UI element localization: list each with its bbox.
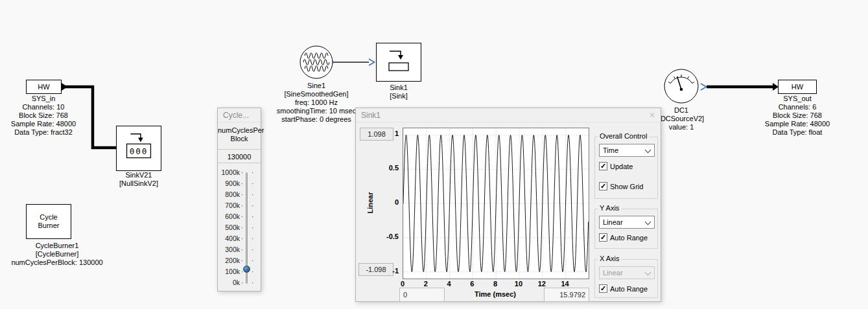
block-name: SYS_in xyxy=(5,95,82,103)
slider-value-field[interactable]: 130000 xyxy=(218,149,261,163)
overall-control-select[interactable]: Time xyxy=(599,144,655,157)
cycleburner-caption: CycleBurner1 [CycleBurner] numCyclesPerB… xyxy=(0,242,115,267)
selected-value: Linear xyxy=(603,269,623,277)
scope-window-titlebar[interactable]: Sink1 ✕ xyxy=(356,108,661,122)
slider-scale-row: 700k·· xyxy=(218,201,262,209)
scope-plot xyxy=(403,128,589,279)
close-icon[interactable]: ✕ xyxy=(649,108,655,122)
checkbox-check-icon: ✓ xyxy=(599,284,607,293)
sine-wave-icon xyxy=(299,45,333,79)
slider-scale-row: 0k·· xyxy=(218,279,262,286)
selected-value: Linear xyxy=(603,218,623,226)
block-info-line: Channels: 10 xyxy=(5,103,82,111)
block-info-line: numCyclesPerBlock: 130000 xyxy=(0,258,115,267)
chevron-down-icon xyxy=(645,269,651,276)
block-info-line: Sample Rate: 48000 xyxy=(758,120,836,128)
y-auto-range-checkbox[interactable]: ✓ Auto Range xyxy=(599,233,648,242)
block-info-line: Data Type: fract32 xyxy=(5,128,82,137)
x-auto-range-checkbox[interactable]: ✓ Auto Range xyxy=(599,284,648,293)
block-info-line: smoothingTime: 10 msec xyxy=(264,107,368,115)
null-sink-digits: 000 xyxy=(130,146,148,156)
block-info-line: Block Size: 768 xyxy=(5,111,82,120)
group-label: X Axis xyxy=(598,255,622,262)
x-tick-label: 12 xyxy=(538,280,546,288)
block-cycleburner[interactable]: Cycle Burner xyxy=(26,204,71,239)
chevron-down-icon xyxy=(645,219,651,225)
slider-window-titlebar[interactable]: Cycle... xyxy=(218,108,261,122)
group-label: Y Axis xyxy=(598,204,621,212)
slider-scale: 1000k··900k··800k··700k··600k··500k··400… xyxy=(218,168,262,288)
sink1-scope-window: Sink1 ✕ 1.098 -1.098 Linear 10.50-0.5-1 … xyxy=(355,108,661,302)
slider-scale-row: 400k·· xyxy=(218,235,262,242)
checkbox-label: Show Grid xyxy=(610,183,643,190)
block-name: CycleBurner1 xyxy=(0,242,115,250)
block-type: [SineSmoothedGen] xyxy=(264,90,368,98)
x-min-field[interactable]: 0 xyxy=(399,288,445,302)
show-grid-checkbox[interactable]: ✓ Show Grid xyxy=(599,182,643,190)
block-diagram-canvas: HW SYS_in Channels: 10 Block Size: 768 S… xyxy=(0,0,868,309)
window-title: Cycle... xyxy=(223,111,249,120)
group-label: Overall Control xyxy=(598,132,649,140)
block-info-line: Channels: 6 xyxy=(758,103,836,111)
block-title-line: Cycle xyxy=(40,213,58,222)
y-tick-label: 0 xyxy=(356,198,399,206)
y-tick-labels: 10.50-0.5-1 xyxy=(356,108,399,301)
hw-port-label: HW xyxy=(792,83,803,91)
update-checkbox[interactable]: ✓ Update xyxy=(599,162,633,170)
block-sys-in[interactable]: HW xyxy=(26,80,62,94)
block-name: SinkV21 xyxy=(93,171,184,179)
overall-control-group: Overall Control Time ✓ Update ✓ Show Gri… xyxy=(594,137,658,199)
block-title-line: Burner xyxy=(38,222,59,230)
slider-scale-row: 600k·· xyxy=(218,212,262,220)
block-name: Sink1 xyxy=(360,84,438,92)
checkbox-label: Auto Range xyxy=(610,234,648,242)
null-sink-icon: 000 xyxy=(117,126,161,170)
x-axis-group: X Axis Linear ✓ Auto Range xyxy=(594,259,658,298)
sine1-caption: Sine1 [SineSmoothedGen] freq: 1000 Hz sm… xyxy=(264,82,368,124)
sink1-input-arrow-icon xyxy=(369,59,375,65)
block-info-line: freq: 1000 Hz xyxy=(264,98,368,107)
block-info-line: Sample Rate: 48000 xyxy=(5,120,82,128)
block-info-line: Data Type: float xyxy=(758,128,836,137)
sys-out-caption: SYS_out Channels: 6 Block Size: 768 Samp… xyxy=(758,95,836,137)
checkbox-label: Auto Range xyxy=(610,285,648,293)
x-max-field[interactable]: 15.9792 xyxy=(544,288,589,302)
hw-port-label: HW xyxy=(38,83,49,91)
checkbox-check-icon: ✓ xyxy=(599,233,607,242)
selected-value: Time xyxy=(603,146,618,154)
slider-scale-row: 100k·· xyxy=(218,268,262,275)
block-type: [Sink] xyxy=(360,92,438,100)
block-type: [NullSinkV2] xyxy=(93,179,184,188)
slider-scale-row: 900k·· xyxy=(218,179,262,187)
block-sink1[interactable] xyxy=(376,43,421,82)
checkbox-check-icon: ✓ xyxy=(599,162,607,170)
y-axis-group: Y Axis Linear ✓ Auto Range xyxy=(594,209,658,249)
block-sine1[interactable] xyxy=(299,45,333,82)
block-name: SYS_out xyxy=(758,95,836,103)
x-tick-label: 0 xyxy=(401,280,405,288)
slider-scale-row: 1000k·· xyxy=(218,168,262,176)
x-tick-label: 2 xyxy=(424,280,428,288)
sink1-caption: Sink1 [Sink] xyxy=(360,84,438,100)
slider-scale-row: 300k·· xyxy=(218,246,262,253)
chevron-down-icon xyxy=(645,147,651,154)
x-tick-label: 6 xyxy=(470,280,474,288)
slider-scale-row: 800k·· xyxy=(218,190,262,198)
checkbox-label: Update xyxy=(610,163,633,170)
block-sys-out[interactable]: HW xyxy=(778,80,817,94)
block-dc1[interactable] xyxy=(664,69,699,106)
slider-scale-row: 500k·· xyxy=(218,223,262,231)
sys-in-caption: SYS_in Channels: 10 Block Size: 768 Samp… xyxy=(5,95,82,137)
block-sinkv21[interactable]: 000 xyxy=(116,126,161,171)
x-tick-label: 4 xyxy=(447,280,451,288)
scope-trace xyxy=(403,128,589,279)
y-axis-scale-select[interactable]: Linear xyxy=(599,216,655,229)
y-tick-label: 0.5 xyxy=(356,164,399,172)
gauge-icon xyxy=(664,69,699,104)
block-name: Sine1 xyxy=(264,82,368,90)
x-tick-label: 14 xyxy=(561,280,569,288)
x-axis-title: Time (msec) xyxy=(447,290,544,298)
cycle-slider-window: Cycle... numCyclesPer Block 130000 1000k… xyxy=(217,108,261,292)
block-info-line: startPhase: 0 degrees xyxy=(264,115,368,124)
sink-icon xyxy=(377,43,421,81)
